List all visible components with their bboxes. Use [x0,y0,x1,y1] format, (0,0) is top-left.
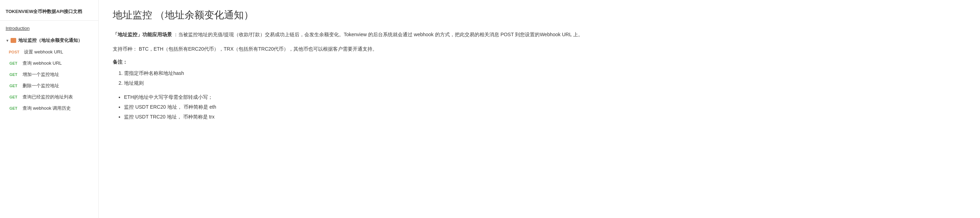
sidebar-section-header[interactable]: ▼ 地址监控（地址余额变化通知） [0,35,98,46]
bullet-item-1: 监控 USDT ERC20 地址， 币种简称是 eth [124,102,965,112]
supported-coins-text: BTC，ETH（包括所有ERC20代币），TRX（包括所有TRC20代币），其他… [139,46,377,52]
sidebar-nav-label-4: 查询已经监控的地址列表 [22,94,73,100]
bullet-item-0: ETH的地址中大写字母需全部转成小写； [124,92,965,102]
sidebar-nav-label-1: 查询 webhook URL [22,60,62,66]
method-badge-get-2: GET [7,72,20,77]
sidebar-title: TOKENVIEW全币种数据API接口文档 [0,6,98,21]
sidebar-section: ▼ 地址监控（地址余额变化通知） POST 设置 webhook URL GET… [0,35,98,114]
notes-title: 备注： [113,59,965,65]
supported-coins: 支持币种： BTC，ETH（包括所有ERC20代币），TRX（包括所有TRC20… [113,45,965,54]
folder-icon [11,38,16,43]
notes-section: 备注： 需指定币种名称和地址hash 地址规则 ETH的地址中大写字母需全部转成… [113,59,965,122]
method-badge-get-1: GET [7,61,20,66]
sidebar-nav-label-5: 查询 webhook 调用历史 [22,105,71,111]
description-block: 「地址监控」功能应用场景 ：当被监控地址的充值/提现（收款/打款）交易成功上链后… [113,30,965,39]
sidebar-nav-item-2[interactable]: GET 增加一个监控地址 [0,69,98,80]
sidebar-nav-label-3: 删除一个监控地址 [22,83,59,89]
sidebar-nav-item-1[interactable]: GET 查询 webhook URL [0,58,98,69]
description-highlight: 「地址监控」功能应用场景 [113,32,172,37]
numbered-list: 需指定币种名称和地址hash 地址规则 [113,68,965,88]
description-text: ：当被监控地址的充值/提现（收款/打款）交易成功上链后，会发生余额变化。Toke… [173,32,583,37]
method-badge-get-5: GET [7,106,20,111]
bullet-list: ETH的地址中大写字母需全部转成小写； 监控 USDT ERC20 地址， 币种… [113,92,965,122]
bullet-item-2: 监控 USDT TRC20 地址， 币种简称是 trx [124,112,965,122]
main-content: 地址监控 （地址余额变化通知） 「地址监控」功能应用场景 ：当被监控地址的充值/… [99,0,979,218]
method-badge-post-0: POST [7,50,21,55]
sidebar-nav-label-0: 设置 webhook URL [24,49,63,55]
sidebar-nav-item-3[interactable]: GET 删除一个监控地址 [0,80,98,92]
sidebar-nav-item-0[interactable]: POST 设置 webhook URL [0,46,98,58]
sidebar-nav-item-4[interactable]: GET 查询已经监控的地址列表 [0,92,98,103]
sidebar-section-label: 地址监控（地址余额变化通知） [18,37,83,44]
supported-coins-label: 支持币种： [113,46,137,52]
chevron-icon: ▼ [6,39,9,43]
method-badge-get-3: GET [7,83,20,88]
numbered-item-1: 地址规则 [124,78,965,88]
sidebar-nav-items: POST 设置 webhook URL GET 查询 webhook URL G… [0,46,98,114]
sidebar-nav-label-2: 增加一个监控地址 [22,71,59,78]
numbered-item-0: 需指定币种名称和地址hash [124,68,965,78]
sidebar-nav-item-5[interactable]: GET 查询 webhook 调用历史 [0,103,98,114]
sidebar-introduction-link[interactable]: Introduction [0,24,98,33]
svg-rect-1 [11,39,13,40]
sidebar: TOKENVIEW全币种数据API接口文档 Introduction ▼ 地址监… [0,0,99,218]
svg-rect-0 [11,39,16,42]
page-title: 地址监控 （地址余额变化通知） [113,8,965,22]
method-badge-get-4: GET [7,95,20,100]
